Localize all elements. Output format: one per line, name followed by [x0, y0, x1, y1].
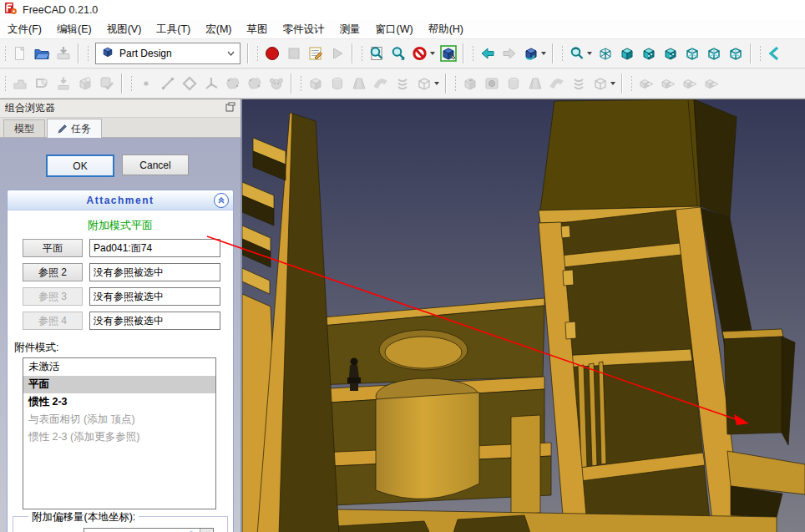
- sub-object-shape-binder-icon[interactable]: [244, 73, 266, 94]
- macro-record-icon[interactable]: [261, 43, 283, 64]
- ok-button[interactable]: OK: [46, 155, 114, 177]
- link-navigate-icon[interactable]: [520, 43, 542, 64]
- clone-icon[interactable]: [266, 73, 287, 94]
- macro-stop-icon[interactable]: [283, 43, 305, 64]
- reference-field-1[interactable]: Pad041:面74: [89, 239, 220, 257]
- workbench-selector[interactable]: Part Design: [95, 43, 240, 64]
- menu-item-macro[interactable]: 宏(M): [198, 21, 239, 38]
- additive-pipe-icon[interactable]: [370, 73, 392, 94]
- float-panel-icon[interactable]: [225, 102, 235, 114]
- shape-binder-icon[interactable]: [222, 73, 244, 94]
- datum-point-icon[interactable]: [135, 73, 157, 94]
- mode-item-1[interactable]: 未激活: [23, 358, 215, 376]
- link-navigate-dropdown-caret[interactable]: [541, 52, 546, 55]
- mode-item-4[interactable]: 与表面相切 (添加 顶点): [23, 411, 215, 428]
- view-left-icon[interactable]: [725, 43, 747, 64]
- toolbar-grip[interactable]: [360, 44, 364, 63]
- mode-item-3[interactable]: 惯性 2-3: [23, 393, 215, 411]
- tab-model[interactable]: 模型: [3, 119, 45, 137]
- attachment-header[interactable]: Attachment: [8, 190, 233, 210]
- map-sketch-icon[interactable]: [53, 73, 74, 94]
- view-rotate-left-icon[interactable]: [764, 43, 786, 64]
- toolbar-grip[interactable]: [758, 44, 762, 63]
- create-sketch-icon[interactable]: [31, 73, 53, 94]
- boolean-cut-icon[interactable]: [657, 73, 679, 94]
- menu-item-measure[interactable]: 测量: [332, 21, 368, 38]
- new-file-icon[interactable]: [9, 43, 31, 64]
- collapse-section-icon[interactable]: [214, 193, 229, 208]
- spin-buttons[interactable]: ▲▼: [200, 529, 213, 532]
- pocket-icon[interactable]: [459, 73, 481, 94]
- fit-all-icon[interactable]: [366, 43, 387, 64]
- boolean-common-icon[interactable]: [679, 73, 701, 94]
- menu-item-windows[interactable]: 窗口(W): [368, 21, 421, 38]
- revolution-icon[interactable]: [327, 73, 348, 94]
- toolbar-grip[interactable]: [129, 74, 134, 93]
- view-right-icon[interactable]: [660, 43, 681, 64]
- toolbar-grip[interactable]: [560, 44, 565, 63]
- 3d-viewport[interactable]: [242, 99, 805, 532]
- draw-style-dropdown-caret[interactable]: [587, 52, 592, 55]
- mode-item-5[interactable]: 惯性 2-3 (添加更多参照): [23, 428, 215, 446]
- clipping-plane-dropdown-caret[interactable]: [430, 52, 435, 55]
- menu-item-help[interactable]: 帮助(H): [421, 21, 471, 38]
- local-coordinate-system-icon[interactable]: [200, 73, 222, 94]
- toolbar-grip[interactable]: [86, 44, 90, 63]
- toolbar-grip[interactable]: [630, 74, 634, 93]
- toolbar-grip[interactable]: [256, 44, 260, 63]
- menu-item-part-design[interactable]: 零件设计: [276, 21, 332, 38]
- fit-selection-icon[interactable]: [387, 43, 409, 64]
- additive-primitive-icon[interactable]: [413, 73, 435, 94]
- reference-field-3[interactable]: 没有参照被选中: [89, 287, 220, 306]
- toolbar-grip[interactable]: [299, 74, 303, 93]
- clipping-plane-icon[interactable]: [409, 43, 431, 64]
- menu-item-edit[interactable]: 编辑(E): [49, 21, 99, 38]
- subtractive-primitive-icon[interactable]: [590, 73, 611, 94]
- open-file-icon[interactable]: [31, 43, 53, 64]
- reference-field-4[interactable]: 没有参照被选中: [89, 312, 220, 330]
- view-front-icon[interactable]: [616, 43, 638, 64]
- hole-icon[interactable]: [481, 73, 503, 94]
- datum-plane-icon[interactable]: [179, 73, 200, 94]
- subtractive-pipe-icon[interactable]: [546, 73, 568, 94]
- additive-loft-icon[interactable]: [348, 73, 370, 94]
- nav-back-icon[interactable]: [477, 43, 499, 64]
- toolbar-grip[interactable]: [3, 44, 8, 63]
- boolean-fuse-icon[interactable]: [635, 73, 657, 94]
- validate-sketch-icon[interactable]: [96, 73, 118, 94]
- groove-icon[interactable]: [503, 73, 524, 94]
- reference-button-2[interactable]: 参照 2: [23, 263, 83, 281]
- attachment-mode-list[interactable]: 未激活平面惯性 2-3与表面相切 (添加 顶点)惯性 2-3 (添加更多参照): [23, 357, 216, 509]
- menu-item-view[interactable]: 视图(V): [99, 21, 149, 38]
- view-bottom-icon[interactable]: [703, 43, 725, 64]
- reference-button-1[interactable]: 平面: [23, 239, 83, 257]
- draw-style-icon[interactable]: [566, 43, 588, 64]
- reference-button-3[interactable]: 参照 3: [23, 287, 83, 306]
- additive-helix-icon[interactable]: [392, 73, 413, 94]
- save-file-icon[interactable]: [53, 43, 74, 64]
- reference-field-2[interactable]: 没有参照被选中: [89, 263, 220, 281]
- reference-button-4[interactable]: 参照 4: [23, 312, 83, 330]
- menu-item-tools[interactable]: 工具(T): [149, 21, 198, 38]
- mode-item-2[interactable]: 平面: [23, 376, 215, 393]
- create-body-icon[interactable]: [9, 73, 31, 94]
- subtractive-helix-icon[interactable]: [568, 73, 590, 94]
- offset-value-spinbox[interactable]: 0.000 ▲▼: [84, 528, 214, 532]
- toolbar-grip[interactable]: [471, 44, 475, 63]
- menu-item-file[interactable]: 文件(F): [0, 21, 49, 38]
- view-rear-icon[interactable]: [681, 43, 703, 64]
- box-selection-icon[interactable]: [438, 43, 459, 64]
- edit-sketch-icon[interactable]: [74, 73, 96, 94]
- toolbar-grip[interactable]: [3, 74, 8, 93]
- menu-item-sketch[interactable]: 草图: [240, 21, 276, 38]
- boolean-section-icon[interactable]: [701, 73, 722, 94]
- macro-play-icon[interactable]: [327, 43, 348, 64]
- view-axonometric-icon[interactable]: [595, 43, 616, 64]
- pad-icon[interactable]: [305, 73, 327, 94]
- cancel-button[interactable]: Cancel: [122, 155, 189, 175]
- toolbar-grip[interactable]: [453, 74, 458, 93]
- 3d-scene[interactable]: [242, 99, 805, 532]
- datum-line-icon[interactable]: [157, 73, 179, 94]
- macro-edit-icon[interactable]: [305, 43, 327, 64]
- tab-tasks[interactable]: 任务: [47, 119, 102, 138]
